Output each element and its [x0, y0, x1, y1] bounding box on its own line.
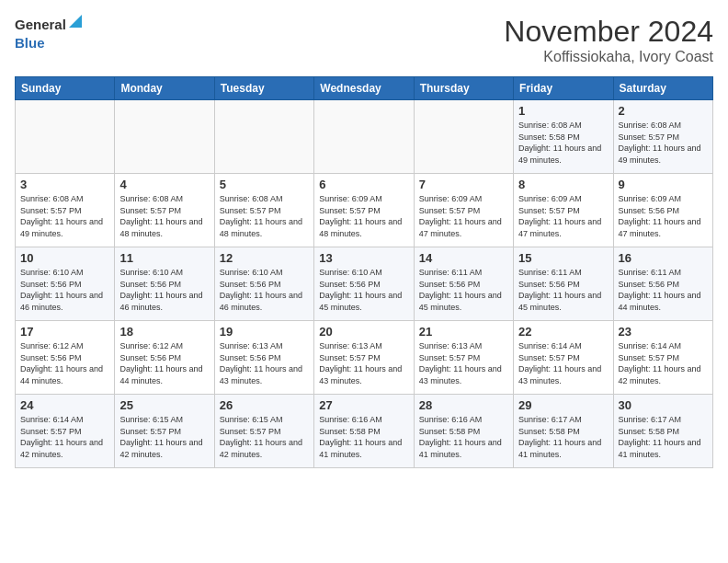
- day-number: 24: [20, 398, 109, 412]
- calendar-cell: 14Sunrise: 6:11 AM Sunset: 5:56 PM Dayli…: [414, 247, 513, 321]
- day-number: 9: [619, 178, 708, 191]
- day-info: Sunrise: 6:09 AM Sunset: 5:57 PM Dayligh…: [518, 193, 608, 239]
- day-info: Sunrise: 6:13 AM Sunset: 5:56 PM Dayligh…: [220, 340, 309, 386]
- calendar-cell: 15Sunrise: 6:11 AM Sunset: 5:56 PM Dayli…: [514, 247, 613, 321]
- svg-marker-0: [69, 15, 82, 28]
- calendar-cell: 21Sunrise: 6:13 AM Sunset: 5:57 PM Dayli…: [414, 321, 513, 395]
- day-number: 13: [319, 251, 408, 265]
- calendar-cell: [16, 100, 115, 174]
- calendar-cell: 18Sunrise: 6:12 AM Sunset: 5:56 PM Dayli…: [115, 321, 214, 395]
- day-number: 21: [419, 325, 508, 339]
- day-info: Sunrise: 6:10 AM Sunset: 5:56 PM Dayligh…: [119, 267, 209, 313]
- day-info: Sunrise: 6:08 AM Sunset: 5:57 PM Dayligh…: [119, 193, 209, 239]
- day-info: Sunrise: 6:08 AM Sunset: 5:57 PM Dayligh…: [20, 193, 109, 239]
- calendar-cell: 9Sunrise: 6:09 AM Sunset: 5:56 PM Daylig…: [613, 174, 712, 247]
- weekday-header-tuesday: Tuesday: [214, 77, 313, 100]
- weekday-header-wednesday: Wednesday: [314, 77, 414, 100]
- day-info: Sunrise: 6:09 AM Sunset: 5:57 PM Dayligh…: [319, 193, 408, 239]
- day-number: 26: [220, 398, 309, 412]
- day-info: Sunrise: 6:16 AM Sunset: 5:58 PM Dayligh…: [319, 414, 408, 460]
- calendar-cell: 4Sunrise: 6:08 AM Sunset: 5:57 PM Daylig…: [115, 174, 214, 247]
- day-number: 22: [518, 325, 608, 339]
- day-info: Sunrise: 6:17 AM Sunset: 5:58 PM Dayligh…: [518, 414, 608, 460]
- logo: General Blue: [15, 15, 82, 52]
- calendar-cell: 16Sunrise: 6:11 AM Sunset: 5:56 PM Dayli…: [613, 247, 712, 321]
- day-number: 7: [419, 178, 508, 191]
- day-number: 5: [220, 178, 309, 191]
- calendar-cell: 30Sunrise: 6:17 AM Sunset: 5:58 PM Dayli…: [613, 395, 712, 468]
- calendar-cell: 24Sunrise: 6:14 AM Sunset: 5:57 PM Dayli…: [16, 395, 115, 468]
- weekday-header-thursday: Thursday: [414, 77, 513, 100]
- calendar-cell: 19Sunrise: 6:13 AM Sunset: 5:56 PM Dayli…: [214, 321, 313, 395]
- day-info: Sunrise: 6:09 AM Sunset: 5:56 PM Dayligh…: [619, 193, 708, 239]
- calendar-cell: [214, 100, 313, 174]
- weekday-header-saturday: Saturday: [613, 77, 712, 100]
- calendar-cell: [115, 100, 214, 174]
- weekday-header-sunday: Sunday: [16, 77, 115, 100]
- day-number: 15: [518, 251, 608, 265]
- calendar-cell: 7Sunrise: 6:09 AM Sunset: 5:57 PM Daylig…: [414, 174, 513, 247]
- day-number: 29: [518, 398, 608, 412]
- day-number: 16: [619, 251, 708, 265]
- calendar-cell: 27Sunrise: 6:16 AM Sunset: 5:58 PM Dayli…: [314, 395, 414, 468]
- calendar-cell: 22Sunrise: 6:14 AM Sunset: 5:57 PM Dayli…: [514, 321, 613, 395]
- calendar-table: SundayMondayTuesdayWednesdayThursdayFrid…: [15, 76, 713, 468]
- day-info: Sunrise: 6:09 AM Sunset: 5:57 PM Dayligh…: [419, 193, 508, 239]
- day-info: Sunrise: 6:17 AM Sunset: 5:58 PM Dayligh…: [619, 414, 708, 460]
- calendar-cell: [414, 100, 513, 174]
- calendar-cell: 12Sunrise: 6:10 AM Sunset: 5:56 PM Dayli…: [214, 247, 313, 321]
- calendar-cell: 17Sunrise: 6:12 AM Sunset: 5:56 PM Dayli…: [16, 321, 115, 395]
- day-info: Sunrise: 6:08 AM Sunset: 5:57 PM Dayligh…: [619, 120, 708, 166]
- day-info: Sunrise: 6:12 AM Sunset: 5:56 PM Dayligh…: [20, 340, 109, 386]
- day-number: 18: [119, 325, 209, 339]
- day-info: Sunrise: 6:12 AM Sunset: 5:56 PM Dayligh…: [119, 340, 209, 386]
- calendar-cell: 29Sunrise: 6:17 AM Sunset: 5:58 PM Dayli…: [514, 395, 613, 468]
- day-number: 14: [419, 251, 508, 265]
- day-number: 12: [220, 251, 309, 265]
- day-info: Sunrise: 6:13 AM Sunset: 5:57 PM Dayligh…: [419, 340, 508, 386]
- day-number: 8: [518, 178, 608, 191]
- day-info: Sunrise: 6:14 AM Sunset: 5:57 PM Dayligh…: [20, 414, 109, 460]
- day-number: 11: [119, 251, 209, 265]
- day-number: 30: [619, 398, 708, 412]
- day-info: Sunrise: 6:08 AM Sunset: 5:58 PM Dayligh…: [518, 120, 608, 166]
- day-number: 23: [619, 325, 708, 339]
- day-number: 25: [119, 398, 209, 412]
- page-header: General Blue November 2024 Koffissiokaha…: [15, 15, 713, 65]
- logo-blue: Blue: [15, 35, 45, 52]
- day-number: 20: [319, 325, 408, 339]
- day-info: Sunrise: 6:10 AM Sunset: 5:56 PM Dayligh…: [220, 267, 309, 313]
- calendar-cell: 23Sunrise: 6:14 AM Sunset: 5:57 PM Dayli…: [613, 321, 712, 395]
- day-info: Sunrise: 6:16 AM Sunset: 5:58 PM Dayligh…: [419, 414, 508, 460]
- calendar-cell: 20Sunrise: 6:13 AM Sunset: 5:57 PM Dayli…: [314, 321, 414, 395]
- day-number: 6: [319, 178, 408, 191]
- title-section: November 2024 Koffissiokaha, Ivory Coast: [504, 15, 713, 65]
- day-number: 28: [419, 398, 508, 412]
- calendar-cell: 25Sunrise: 6:15 AM Sunset: 5:57 PM Dayli…: [115, 395, 214, 468]
- day-number: 4: [119, 178, 209, 191]
- day-info: Sunrise: 6:11 AM Sunset: 5:56 PM Dayligh…: [419, 267, 508, 313]
- day-number: 27: [319, 398, 408, 412]
- calendar-cell: 1Sunrise: 6:08 AM Sunset: 5:58 PM Daylig…: [514, 100, 613, 174]
- day-number: 10: [20, 251, 109, 265]
- calendar-cell: [314, 100, 414, 174]
- day-number: 1: [518, 104, 608, 118]
- day-number: 2: [619, 104, 708, 118]
- calendar-cell: 3Sunrise: 6:08 AM Sunset: 5:57 PM Daylig…: [16, 174, 115, 247]
- day-info: Sunrise: 6:10 AM Sunset: 5:56 PM Dayligh…: [20, 267, 109, 313]
- calendar-cell: 5Sunrise: 6:08 AM Sunset: 5:57 PM Daylig…: [214, 174, 313, 247]
- day-number: 17: [20, 325, 109, 339]
- month-title: November 2024: [504, 15, 713, 49]
- location-subtitle: Koffissiokaha, Ivory Coast: [504, 49, 713, 65]
- calendar-cell: 2Sunrise: 6:08 AM Sunset: 5:57 PM Daylig…: [613, 100, 712, 174]
- day-info: Sunrise: 6:14 AM Sunset: 5:57 PM Dayligh…: [518, 340, 608, 386]
- calendar-cell: 8Sunrise: 6:09 AM Sunset: 5:57 PM Daylig…: [514, 174, 613, 247]
- logo-triangle-icon: [69, 15, 82, 31]
- day-info: Sunrise: 6:11 AM Sunset: 5:56 PM Dayligh…: [619, 267, 708, 313]
- day-info: Sunrise: 6:08 AM Sunset: 5:57 PM Dayligh…: [220, 193, 309, 239]
- day-info: Sunrise: 6:11 AM Sunset: 5:56 PM Dayligh…: [518, 267, 608, 313]
- calendar-cell: 26Sunrise: 6:15 AM Sunset: 5:57 PM Dayli…: [214, 395, 313, 468]
- day-info: Sunrise: 6:15 AM Sunset: 5:57 PM Dayligh…: [119, 414, 209, 460]
- weekday-header-monday: Monday: [115, 77, 214, 100]
- day-info: Sunrise: 6:14 AM Sunset: 5:57 PM Dayligh…: [619, 340, 708, 386]
